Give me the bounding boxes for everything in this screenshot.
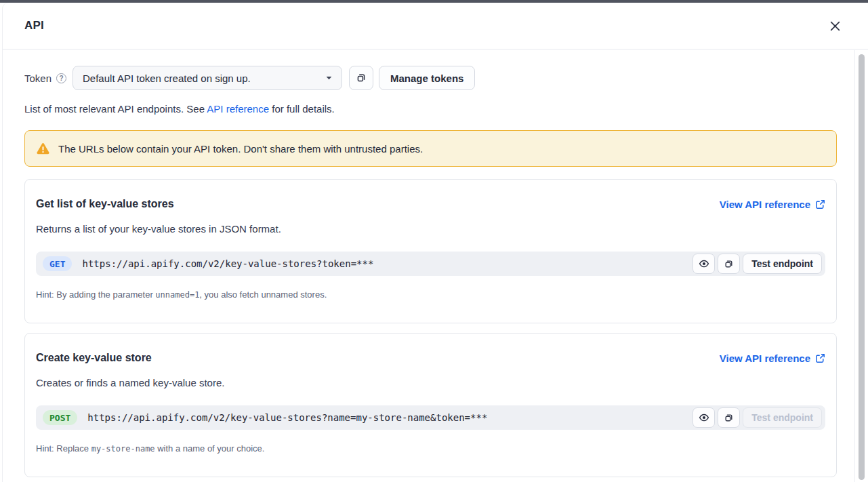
api-reference-link[interactable]: API reference bbox=[207, 103, 269, 115]
warning-message: The URLs below contain your API token. D… bbox=[58, 143, 423, 155]
warning-icon bbox=[36, 142, 50, 155]
endpoint-url: https://api.apify.com/v2/key-value-store… bbox=[87, 412, 487, 423]
hint-after: , you also fetch unnamed stores. bbox=[199, 289, 327, 300]
card-header: Get list of key-value stores View API re… bbox=[36, 197, 825, 211]
copy-icon bbox=[724, 259, 734, 269]
endpoint-card-get-list: Get list of key-value stores View API re… bbox=[24, 179, 837, 323]
endpoint-hint: Hint: Replace my-store-name with a name … bbox=[36, 443, 825, 454]
endpoint-url-bar: GET https://api.apify.com/v2/key-value-s… bbox=[36, 252, 825, 276]
hint-code: my-store-name bbox=[91, 444, 155, 454]
test-endpoint-button-disabled[interactable]: Test endpoint bbox=[743, 407, 822, 428]
reveal-token-button[interactable] bbox=[693, 254, 715, 274]
eye-icon bbox=[699, 412, 709, 423]
card-header: Create key-value store View API referenc… bbox=[36, 351, 825, 365]
copy-icon bbox=[356, 73, 367, 83]
card-title: Get list of key-value stores bbox=[36, 197, 174, 211]
endpoint-url: https://api.apify.com/v2/key-value-store… bbox=[82, 258, 373, 269]
http-method-badge: GET bbox=[43, 256, 72, 271]
eye-icon bbox=[699, 258, 709, 269]
modal-scrollbar-track[interactable] bbox=[854, 50, 868, 482]
copy-url-button[interactable] bbox=[718, 407, 740, 428]
endpoint-card-create-store: Create key-value store View API referenc… bbox=[24, 333, 837, 477]
card-description: Creates or finds a named key-value store… bbox=[36, 377, 825, 389]
http-method-badge: POST bbox=[43, 410, 77, 425]
view-api-reference-link[interactable]: View API reference bbox=[720, 353, 825, 364]
endpoint-hint: Hint: By adding the parameter unnamed=1,… bbox=[36, 289, 825, 300]
modal-header: API bbox=[3, 3, 868, 49]
manage-tokens-button[interactable]: Manage tokens bbox=[379, 66, 475, 90]
copy-url-button[interactable] bbox=[718, 254, 740, 274]
endpoint-url-bar: POST https://api.apify.com/v2/key-value-… bbox=[36, 405, 825, 430]
external-link-icon bbox=[815, 199, 825, 209]
modal-scrollbar-thumb[interactable] bbox=[859, 54, 865, 480]
endpoint-actions: Test endpoint bbox=[693, 407, 822, 428]
api-modal: API Token ? Default API token created on… bbox=[2, 3, 868, 482]
token-select-value: Default API token created on sign up. bbox=[83, 73, 251, 84]
intro-text: List of most relevant API endpoints. See… bbox=[24, 103, 837, 115]
copy-token-button[interactable] bbox=[349, 66, 373, 90]
modal-title: API bbox=[24, 19, 44, 33]
view-api-reference-link[interactable]: View API reference bbox=[720, 199, 825, 210]
test-endpoint-button[interactable]: Test endpoint bbox=[743, 254, 822, 274]
card-description: Returns a list of your key-value stores … bbox=[36, 223, 825, 235]
close-icon bbox=[829, 20, 841, 32]
hint-before: Hint: Replace bbox=[36, 443, 91, 454]
endpoint-actions: Test endpoint bbox=[693, 254, 822, 274]
hint-before: Hint: By adding the parameter bbox=[36, 289, 155, 300]
api-modal-screen: API Token ? Default API token created on… bbox=[0, 0, 868, 482]
chevron-down-icon bbox=[326, 76, 332, 80]
token-label: Token bbox=[24, 73, 51, 84]
modal-body: Token ? Default API token created on sig… bbox=[3, 50, 855, 482]
token-row: Token ? Default API token created on sig… bbox=[24, 66, 837, 90]
card-title: Create key-value store bbox=[36, 351, 152, 365]
close-button[interactable] bbox=[826, 17, 844, 35]
intro-after: for full details. bbox=[269, 103, 335, 115]
hint-code: unnamed=1 bbox=[155, 290, 199, 300]
reveal-token-button[interactable] bbox=[693, 407, 715, 428]
copy-icon bbox=[724, 413, 734, 423]
token-select-dropdown[interactable]: Default API token created on sign up. bbox=[73, 66, 342, 90]
warning-banner: The URLs below contain your API token. D… bbox=[24, 130, 837, 167]
intro-before: List of most relevant API endpoints. See bbox=[24, 103, 207, 115]
hint-after: with a name of your choice. bbox=[155, 443, 265, 454]
help-icon[interactable]: ? bbox=[56, 73, 66, 83]
external-link-icon bbox=[815, 353, 825, 363]
view-api-reference-label: View API reference bbox=[720, 353, 810, 364]
view-api-reference-label: View API reference bbox=[720, 199, 810, 210]
